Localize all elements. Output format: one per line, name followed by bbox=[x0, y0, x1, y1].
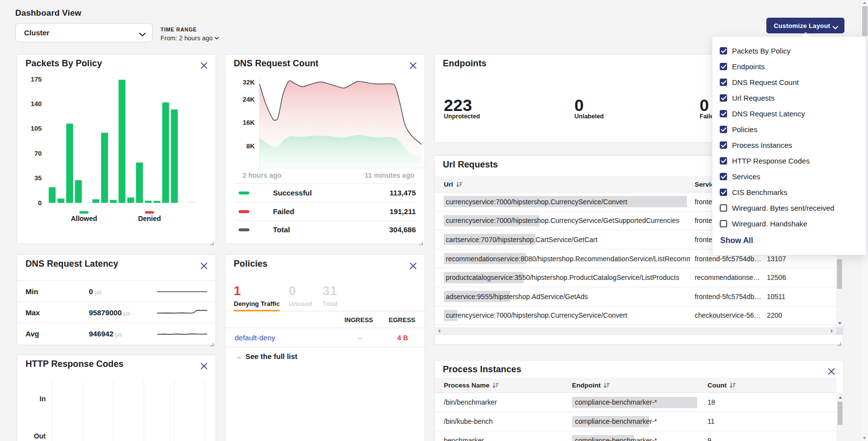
allowed-bar bbox=[162, 103, 169, 203]
stat-value: 223 bbox=[444, 98, 480, 112]
menu-item-url-requests[interactable]: Url Requests bbox=[712, 90, 866, 106]
checkmark-icon bbox=[721, 80, 727, 85]
checkbox-checked-icon[interactable] bbox=[720, 94, 727, 102]
legend-row: Failed191,211 bbox=[235, 202, 416, 220]
policies-tab-total[interactable]: 31Total bbox=[323, 284, 337, 307]
column-header-url[interactable]: Url bbox=[444, 176, 462, 192]
checkbox-checked-icon[interactable] bbox=[720, 126, 727, 133]
chevron-down-icon bbox=[215, 34, 219, 41]
cluster-select[interactable]: Cluster bbox=[15, 23, 153, 42]
svg-text:In: In bbox=[40, 395, 46, 403]
active-tab-underline bbox=[234, 310, 280, 311]
checkbox-checked-icon[interactable] bbox=[720, 63, 727, 70]
packets-bar-chart: 03570105140175AllowedDenied bbox=[17, 55, 217, 245]
dns-request-latency-card: DNS Request Latency Min0 µsMax95879000 µ… bbox=[17, 254, 216, 345]
policy-name-link[interactable]: default-deny bbox=[235, 333, 275, 342]
allowed-bar bbox=[127, 197, 134, 203]
allowed-bar bbox=[101, 133, 108, 203]
checkbox-unchecked-icon[interactable] bbox=[720, 220, 727, 227]
checkmark-icon bbox=[721, 96, 727, 101]
tab-label: Unused bbox=[289, 300, 312, 307]
time-range[interactable]: TIME RANGE From: 2 hours ago bbox=[161, 27, 219, 42]
checkmark-icon bbox=[721, 174, 727, 179]
latency-metric-value: 0 µs bbox=[89, 287, 102, 296]
table-row[interactable]: productcatalogservice:3550/hipstershop.P… bbox=[434, 268, 836, 287]
resize-handle-icon[interactable] bbox=[210, 339, 214, 343]
table-row[interactable]: /bin/kube-benchcompliance-benchmarker-*1… bbox=[434, 412, 837, 431]
policy-row[interactable]: default-deny–4 B bbox=[225, 328, 426, 347]
column-header-egress: EGRESS bbox=[389, 316, 415, 324]
column-header-process-name[interactable]: Process Name bbox=[444, 378, 499, 392]
stat-label: Unprotected bbox=[444, 113, 480, 120]
policies-tab-unused[interactable]: 0Unused bbox=[289, 284, 312, 307]
checkbox-checked-icon[interactable] bbox=[720, 173, 727, 180]
checkmark-icon bbox=[721, 143, 727, 148]
menu-item-dns-request-latency[interactable]: DNS Request Latency bbox=[712, 106, 866, 122]
table-vertical-scrollbar[interactable] bbox=[837, 393, 844, 441]
successful-area bbox=[260, 135, 422, 168]
checkbox-checked-icon[interactable] bbox=[720, 47, 727, 55]
count-cell: 9 bbox=[707, 431, 711, 441]
menu-item-cis-benchmarks[interactable]: CIS Benchmarks bbox=[712, 185, 866, 200]
latency-metric-label: Max bbox=[26, 308, 40, 317]
menu-item-label: Packets By Policy bbox=[732, 47, 790, 55]
close-icon[interactable] bbox=[200, 62, 208, 69]
svg-text:175: 175 bbox=[30, 76, 42, 83]
menu-item-wireguard-handshake[interactable]: Wireguard. Handshake bbox=[712, 216, 866, 232]
process-name-cell: benchmarker bbox=[444, 431, 484, 441]
menu-item-process-instances[interactable]: Process Instances bbox=[712, 138, 866, 153]
checkbox-checked-icon[interactable] bbox=[720, 79, 727, 86]
policies-tab-denying-traffic[interactable]: 1Denying Traffic bbox=[234, 284, 280, 307]
table-row[interactable]: currencyservice:7000/hipstershop.Currenc… bbox=[434, 306, 836, 326]
menu-item-policies[interactable]: Policies bbox=[712, 122, 866, 138]
customize-layout-button[interactable]: Customize Layout bbox=[766, 18, 844, 33]
close-icon[interactable] bbox=[409, 62, 417, 69]
legend-swatch bbox=[239, 192, 249, 194]
legend-label: Total bbox=[273, 225, 290, 234]
resize-handle-icon[interactable] bbox=[838, 339, 841, 342]
checkmark-icon bbox=[721, 127, 727, 132]
svg-text:140: 140 bbox=[30, 100, 42, 108]
count-cell: 11 bbox=[707, 412, 715, 431]
checkbox-checked-icon[interactable] bbox=[720, 157, 727, 165]
page-scrollbar-thumb[interactable] bbox=[862, 6, 868, 36]
latency-metric-label: Avg bbox=[26, 330, 39, 338]
dns-request-count-card: DNS Request Count 8K16K24K32K2 hours ago… bbox=[225, 54, 425, 244]
table-row[interactable]: benchmarkercompliance-benchmarker-*9 bbox=[434, 431, 837, 441]
menu-item-dns-request-count[interactable]: DNS Request Count bbox=[712, 75, 866, 90]
menu-item-packets-by-policy[interactable]: Packets By Policy bbox=[712, 43, 866, 59]
show-all-link[interactable]: Show All bbox=[720, 236, 753, 245]
checkbox-checked-icon[interactable] bbox=[720, 110, 727, 117]
checkbox-unchecked-icon[interactable] bbox=[720, 204, 727, 212]
see-full-list-link[interactable]: →See the full list bbox=[235, 352, 298, 360]
checkbox-checked-icon[interactable] bbox=[720, 189, 727, 196]
legend-label: Failed bbox=[273, 207, 294, 216]
close-icon[interactable] bbox=[200, 362, 208, 370]
menu-item-endpoints[interactable]: Endpoints bbox=[712, 59, 866, 75]
allowed-bar bbox=[92, 199, 99, 203]
legend-swatch bbox=[80, 211, 89, 214]
close-icon[interactable] bbox=[200, 262, 208, 270]
table-horizontal-scrollbar[interactable] bbox=[435, 327, 836, 335]
menu-item-http-response-codes[interactable]: HTTP Response Codes bbox=[712, 153, 866, 169]
close-icon[interactable] bbox=[828, 368, 835, 375]
resize-handle-icon[interactable] bbox=[210, 238, 214, 242]
scrollbar-thumb[interactable] bbox=[838, 402, 842, 425]
column-header-endpoint[interactable]: Endpoint bbox=[572, 378, 610, 392]
card-title: Packets By Policy bbox=[26, 58, 102, 69]
scrollbar-thumb[interactable] bbox=[837, 259, 842, 289]
menu-item-label: HTTP Response Codes bbox=[732, 157, 810, 165]
menu-item-label: DNS Request Latency bbox=[732, 110, 805, 118]
table-row[interactable]: /bin/benchmarkercompliance-benchmarker-*… bbox=[434, 393, 837, 412]
close-icon[interactable] bbox=[409, 262, 417, 270]
allowed-bar bbox=[136, 163, 143, 203]
table-body: /bin/benchmarkercompliance-benchmarker-*… bbox=[434, 393, 837, 441]
column-header-count[interactable]: Count bbox=[707, 378, 736, 392]
menu-item-services[interactable]: Services bbox=[712, 169, 866, 185]
time-range-value[interactable]: From: 2 hours ago bbox=[161, 34, 219, 42]
menu-item-wireguard-bytes-sent-received[interactable]: Wireguard. Bytes sent/received bbox=[712, 200, 866, 216]
menu-item-label: DNS Request Count bbox=[732, 78, 799, 86]
checkbox-checked-icon[interactable] bbox=[720, 141, 727, 149]
table-row[interactable]: adservice:9555/hipstershop.AdService/Get… bbox=[434, 287, 836, 306]
resize-handle-icon[interactable] bbox=[419, 238, 423, 242]
